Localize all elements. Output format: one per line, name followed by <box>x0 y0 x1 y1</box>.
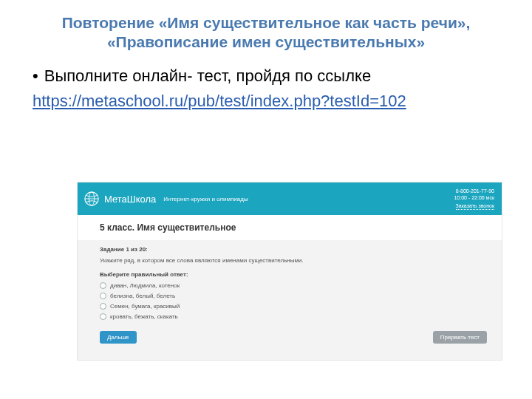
quiz-footer: Дальше Прервать тест <box>100 324 494 352</box>
callback-link[interactable]: Заказать звонок <box>456 202 494 210</box>
radio-icon[interactable] <box>100 313 106 320</box>
abort-button[interactable]: Прервать тест <box>433 331 487 344</box>
bullet-text: Выполните онлайн- тест, пройдя по ссылке <box>44 66 371 87</box>
site-header: МетаШкола Интернет-кружки и олимпиады 8-… <box>78 183 502 215</box>
option-label: кровать, бежать, скакать <box>110 313 178 320</box>
radio-icon[interactable] <box>100 282 106 289</box>
brand[interactable]: МетаШкола Интернет-кружки и олимпиады <box>83 191 248 207</box>
next-button[interactable]: Дальше <box>100 331 137 344</box>
option-2[interactable]: Семен, бумага, красивый <box>100 303 494 310</box>
option-1[interactable]: белизна, белый, белеть <box>100 293 494 299</box>
brand-tagline: Интернет-кружки и олимпиады <box>163 196 248 202</box>
test-link[interactable]: https://metaschool.ru/pub/test/index.php… <box>22 91 510 112</box>
quiz-panel: Задание 1 из 20: Укажите ряд, в котором … <box>78 240 502 360</box>
contact-hours: 10:00 - 22:00 мск <box>454 194 494 201</box>
option-3[interactable]: кровать, бежать, скакать <box>100 313 494 320</box>
slide-title: Повторение «Имя существительное как част… <box>22 13 510 52</box>
radio-icon[interactable] <box>100 293 106 299</box>
option-label: белизна, белый, белеть <box>110 293 175 299</box>
bullet-dot: • <box>33 66 38 86</box>
page-title: 5 класс. Имя существительное <box>78 215 502 240</box>
pick-label: Выберите правильный ответ: <box>100 271 494 278</box>
contact-phone: 8-800-201-77-90 <box>454 188 494 194</box>
radio-icon[interactable] <box>100 303 106 310</box>
task-text: Укажите ряд, в котором все слова являютс… <box>100 257 494 264</box>
globe-icon <box>83 191 100 207</box>
option-label: Семен, бумага, красивый <box>110 303 180 310</box>
brand-name: МетаШкола <box>104 194 156 205</box>
task-number: Задание 1 из 20: <box>100 246 494 253</box>
bullet-row: • Выполните онлайн- тест, пройдя по ссыл… <box>22 66 510 87</box>
contact-block: 8-800-201-77-90 10:00 - 22:00 мск Заказа… <box>454 188 494 209</box>
embedded-screenshot: МетаШкола Интернет-кружки и олимпиады 8-… <box>77 182 502 361</box>
option-0[interactable]: диван, Людмила, котенок <box>100 282 494 289</box>
option-label: диван, Людмила, котенок <box>110 282 180 289</box>
